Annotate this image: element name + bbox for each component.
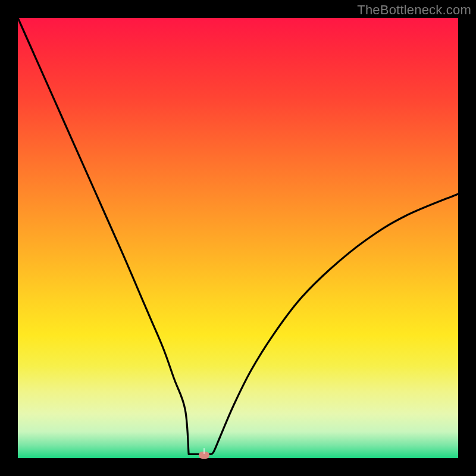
- marker-highlight: [203, 448, 205, 454]
- bottleneck-curve: [18, 18, 458, 458]
- plot-area: [18, 18, 458, 458]
- chart-frame: TheBottleneck.com: [0, 0, 476, 476]
- watermark-text: TheBottleneck.com: [357, 2, 471, 18]
